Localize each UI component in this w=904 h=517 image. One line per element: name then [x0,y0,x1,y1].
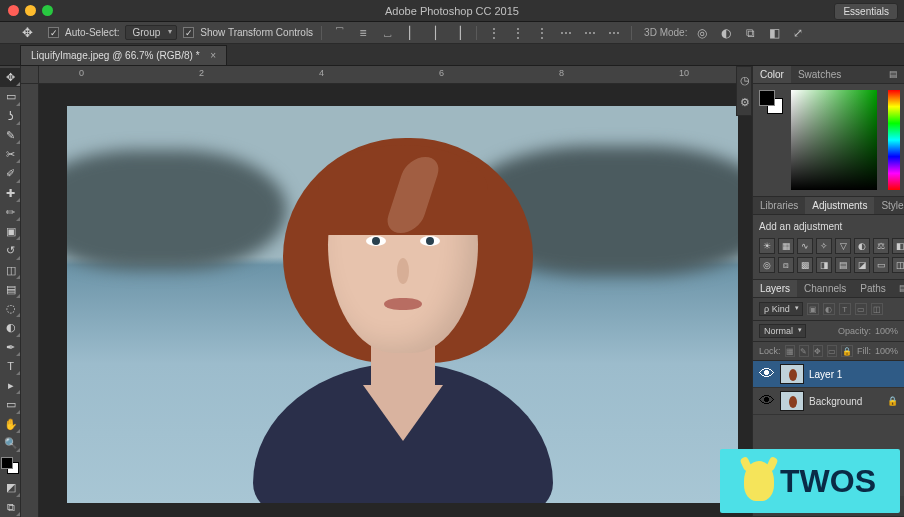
screen-mode-tool[interactable]: ⧉ [0,498,21,517]
filter-shape-icon[interactable]: ▭ [855,303,867,315]
layer-row[interactable]: 👁 Layer 1 [753,361,904,388]
layer-name[interactable]: Background [809,396,862,407]
auto-select-mode-dropdown[interactable]: Group [125,25,177,40]
tab-color[interactable]: Color [753,66,791,83]
healing-brush-tool[interactable]: ✚ [0,184,21,203]
hue-slider[interactable] [888,90,900,190]
vibrance-icon[interactable]: ▽ [835,238,851,254]
color-lookup-icon[interactable]: ▩ [797,257,813,273]
auto-select-checkbox[interactable] [48,27,59,38]
history-panel-icon[interactable]: ◷ [737,69,753,91]
blur-tool[interactable]: ◌ [0,299,21,318]
lock-all-icon[interactable]: 🔒 [841,345,853,357]
marquee-tool[interactable]: ▭ [0,87,21,106]
layer-name[interactable]: Layer 1 [809,369,842,380]
close-tab-icon[interactable]: × [210,50,216,61]
shape-tool[interactable]: ▭ [0,395,21,414]
close-window-icon[interactable] [8,5,19,16]
filter-type-icon[interactable]: T [839,303,851,315]
vertical-ruler[interactable] [21,84,39,517]
filter-image-icon[interactable]: ▣ [807,303,819,315]
visibility-toggle-icon[interactable]: 👁 [759,365,775,383]
layer-thumbnail[interactable] [780,364,804,384]
distribute-bottom-icon[interactable]: ⋮ [533,24,551,42]
color-field[interactable] [791,90,877,190]
threshold-icon[interactable]: ◪ [854,257,870,273]
lasso-tool[interactable]: ʖ [0,107,21,126]
pen-tool[interactable]: ✒ [0,338,21,357]
path-select-tool[interactable]: ▸ [0,376,21,395]
photo-filter-icon[interactable]: ◎ [759,257,775,273]
align-bottom-icon[interactable]: ⎵ [378,24,396,42]
3d-slide-icon[interactable]: ◧ [765,24,783,42]
move-tool[interactable]: ✥ [0,68,21,87]
gradient-tool[interactable]: ▤ [0,280,21,299]
panel-menu-icon[interactable]: ▤ [893,280,904,297]
foreground-background-colors[interactable] [1,457,19,474]
invert-icon[interactable]: ◨ [816,257,832,273]
crop-tool[interactable]: ✂ [0,145,21,164]
layer-row[interactable]: 👁 Background 🔒 [753,388,904,415]
visibility-toggle-icon[interactable]: 👁 [759,392,775,410]
posterize-icon[interactable]: ▤ [835,257,851,273]
align-vcenter-icon[interactable]: ≡ [354,24,372,42]
horizontal-ruler[interactable]: 0 2 4 6 8 10 [39,66,752,84]
zoom-tool[interactable]: 🔍 [0,434,21,453]
lock-artboard-icon[interactable]: ▭ [827,345,837,357]
properties-panel-icon[interactable]: ⚙ [737,91,753,113]
clone-stamp-tool[interactable]: ▣ [0,222,21,241]
quick-mask-tool[interactable]: ◩ [0,478,21,497]
distribute-left-icon[interactable]: ⋯ [557,24,575,42]
eraser-tool[interactable]: ◫ [0,261,21,280]
layer-thumbnail[interactable] [780,391,804,411]
curves-icon[interactable]: ∿ [797,238,813,254]
align-top-icon[interactable]: ⎴ [330,24,348,42]
lock-pixels-icon[interactable]: ✎ [799,345,809,357]
3d-orbit-icon[interactable]: ◎ [693,24,711,42]
align-hcenter-icon[interactable]: ⎪ [426,24,444,42]
align-left-icon[interactable]: ⎢ [402,24,420,42]
ruler-origin[interactable] [21,66,39,84]
blend-mode-dropdown[interactable]: Normal [759,324,806,338]
lock-position-icon[interactable]: ✥ [813,345,823,357]
document-canvas[interactable] [67,106,738,503]
color-swatch-control[interactable] [759,90,783,114]
fill-value[interactable]: 100% [875,346,898,356]
workspace-button[interactable]: Essentials [834,3,898,20]
distribute-right-icon[interactable]: ⋯ [605,24,623,42]
distribute-vcenter-icon[interactable]: ⋮ [509,24,527,42]
layer-filter-dropdown[interactable]: ρ Kind [759,302,803,316]
hue-sat-icon[interactable]: ◐ [854,238,870,254]
panel-menu-icon[interactable]: ▤ [883,66,904,83]
type-tool[interactable]: T [0,357,21,376]
tab-adjustments[interactable]: Adjustments [805,197,874,214]
selective-color-icon[interactable]: ◫ [892,257,904,273]
3d-pan-icon[interactable]: ⧉ [741,24,759,42]
tab-layers[interactable]: Layers [753,280,797,297]
exposure-icon[interactable]: ✧ [816,238,832,254]
opacity-value[interactable]: 100% [875,326,898,336]
zoom-window-icon[interactable] [42,5,53,16]
channel-mixer-icon[interactable]: ⧈ [778,257,794,273]
3d-roll-icon[interactable]: ◐ [717,24,735,42]
brush-tool[interactable]: ✏ [0,203,21,222]
hand-tool[interactable]: ✋ [0,415,21,434]
show-transform-checkbox[interactable] [183,27,194,38]
gradient-map-icon[interactable]: ▭ [873,257,889,273]
eyedropper-tool[interactable]: ✐ [0,164,21,183]
history-brush-tool[interactable]: ↺ [0,241,21,260]
lock-transparent-icon[interactable]: ▦ [785,345,795,357]
bw-icon[interactable]: ◧ [892,238,904,254]
brightness-contrast-icon[interactable]: ☀ [759,238,775,254]
tab-swatches[interactable]: Swatches [791,66,848,83]
distribute-hcenter-icon[interactable]: ⋯ [581,24,599,42]
align-right-icon[interactable]: ⎥ [450,24,468,42]
tab-paths[interactable]: Paths [853,280,893,297]
tab-libraries[interactable]: Libraries [753,197,805,214]
filter-smart-icon[interactable]: ◫ [871,303,883,315]
minimize-window-icon[interactable] [25,5,36,16]
foreground-swatch[interactable] [759,90,775,106]
foreground-color-swatch[interactable] [1,457,13,469]
color-balance-icon[interactable]: ⚖ [873,238,889,254]
tab-channels[interactable]: Channels [797,280,853,297]
